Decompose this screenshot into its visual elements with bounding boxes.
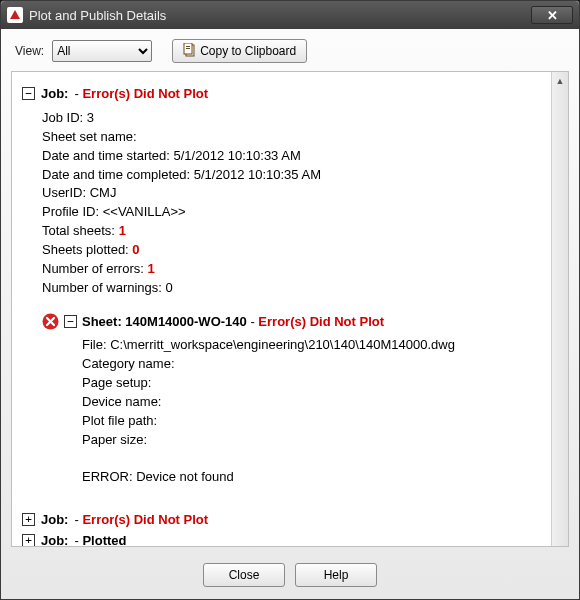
error-icon xyxy=(42,313,59,330)
job-status: - Error(s) Did Not Plot xyxy=(74,86,208,101)
scroll-up-arrow[interactable]: ▲ xyxy=(552,72,568,89)
svg-rect-2 xyxy=(186,46,190,47)
dialog-window: Plot and Publish Details ✕ View: All Cop… xyxy=(0,0,580,600)
close-button[interactable]: Close xyxy=(203,563,285,587)
job-label: Job: xyxy=(41,533,68,546)
sheet-details: File: C:\merritt_workspace\engineering\2… xyxy=(82,336,558,487)
copy-to-clipboard-button[interactable]: Copy to Clipboard xyxy=(172,39,307,63)
clipboard-icon xyxy=(183,43,196,60)
job-label: Job: xyxy=(41,512,68,527)
collapse-toggle[interactable]: − xyxy=(64,315,77,328)
sheet-header: − Sheet: 140M14000-WO-140 - Error(s) Did… xyxy=(42,313,558,330)
expand-toggle[interactable]: + xyxy=(22,513,35,526)
toolbar: View: All Copy to Clipboard xyxy=(1,29,579,71)
titlebar: Plot and Publish Details ✕ xyxy=(1,1,579,29)
window-title: Plot and Publish Details xyxy=(29,8,531,23)
view-select[interactable]: All xyxy=(52,40,152,62)
app-icon xyxy=(7,7,23,23)
job-header: − Job: - Error(s) Did Not Plot xyxy=(22,86,558,101)
job-label: Job: xyxy=(41,86,68,101)
sheet-error-message: ERROR: Device not found xyxy=(82,468,558,487)
scrollbar[interactable]: ▲ xyxy=(551,72,568,546)
content-panel: − Job: - Error(s) Did Not Plot Job ID: 3… xyxy=(11,71,569,547)
sheet-label: Sheet: 140M14000-WO-140 - Error(s) Did N… xyxy=(82,314,384,329)
dialog-buttons: Close Help xyxy=(1,555,579,599)
help-button[interactable]: Help xyxy=(295,563,377,587)
expand-toggle[interactable]: + xyxy=(22,534,35,546)
content-scroll[interactable]: − Job: - Error(s) Did Not Plot Job ID: 3… xyxy=(12,72,568,546)
job-details: Job ID: 3 Sheet set name: Date and time … xyxy=(42,109,558,297)
job-status: - Error(s) Did Not Plot xyxy=(74,512,208,527)
svg-rect-3 xyxy=(186,48,190,49)
job-header: + Job: - Plotted xyxy=(22,533,558,546)
collapse-toggle[interactable]: − xyxy=(22,87,35,100)
window-close-button[interactable]: ✕ xyxy=(531,6,573,24)
job-header: + Job: - Error(s) Did Not Plot xyxy=(22,512,558,527)
job-status: - Plotted xyxy=(74,533,126,546)
view-label: View: xyxy=(15,44,44,58)
